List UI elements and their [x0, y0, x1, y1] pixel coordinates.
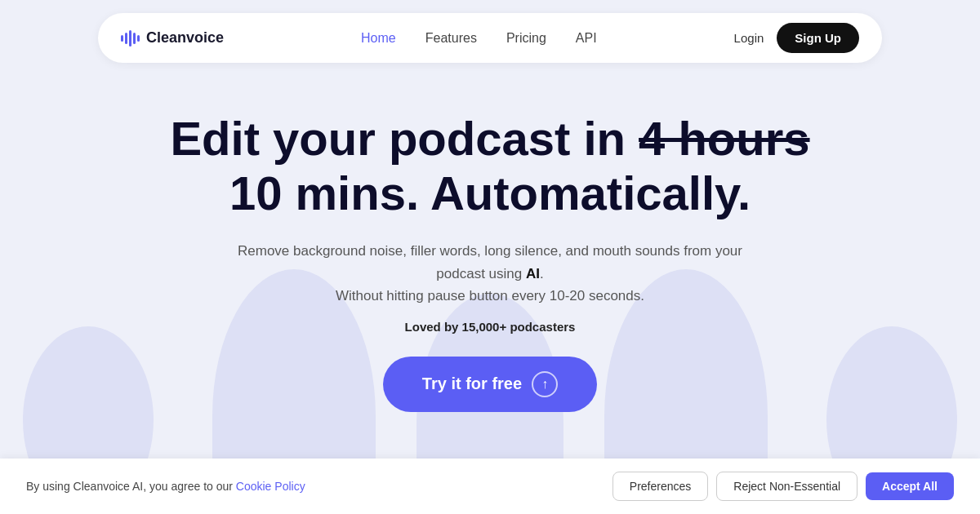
logo[interactable]: Cleanvoice	[121, 29, 224, 47]
hero-desc-text: Remove background noise, filler words, l…	[238, 243, 742, 281]
cookie-policy-link[interactable]: Cookie Policy	[236, 480, 305, 493]
hero-title-line1: Edit your podcast in	[170, 112, 626, 165]
navbar: Cleanvoice Home Features Pricing API Log…	[98, 13, 882, 63]
cookie-text-content: By using Cleanvoice AI, you agree to our	[26, 480, 233, 493]
hero-title: Edit your podcast in 4 hours 10 mins. Au…	[0, 112, 980, 220]
hero-description: Remove background noise, filler words, l…	[212, 240, 768, 307]
cookie-text: By using Cleanvoice AI, you agree to our…	[26, 480, 305, 493]
accept-button[interactable]: Accept All	[866, 472, 954, 500]
cta-button[interactable]: Try it for free ↑	[383, 357, 597, 412]
nav-api[interactable]: API	[576, 31, 597, 46]
nav-home[interactable]: Home	[361, 31, 396, 46]
hero-title-line2: 10 mins. Automatically.	[229, 166, 751, 219]
nav-links: Home Features Pricing API	[361, 31, 597, 46]
preferences-button[interactable]: Preferences	[612, 472, 708, 501]
login-button[interactable]: Login	[734, 31, 764, 45]
hero-strikethrough: 4 hours	[639, 112, 810, 165]
hero-section: Edit your podcast in 4 hours 10 mins. Au…	[0, 63, 980, 412]
hero-desc-bold: AI	[526, 266, 540, 281]
cta-arrow-icon: ↑	[532, 371, 558, 397]
signup-button[interactable]: Sign Up	[777, 23, 859, 53]
nav-pricing[interactable]: Pricing	[506, 31, 546, 46]
loved-text: Loved by 15,000+ podcasters	[0, 320, 980, 334]
cta-label: Try it for free	[422, 374, 522, 393]
nav-actions: Login Sign Up	[734, 23, 859, 53]
cookie-banner: By using Cleanvoice AI, you agree to our…	[0, 459, 980, 514]
nav-features[interactable]: Features	[425, 31, 477, 46]
logo-icon	[121, 29, 140, 47]
reject-button[interactable]: Reject Non-Essential	[716, 472, 858, 501]
cookie-actions: Preferences Reject Non-Essential Accept …	[612, 472, 954, 501]
hero-desc-text2: Without hitting pause button every 10-20…	[336, 288, 644, 304]
logo-text: Cleanvoice	[146, 29, 224, 47]
